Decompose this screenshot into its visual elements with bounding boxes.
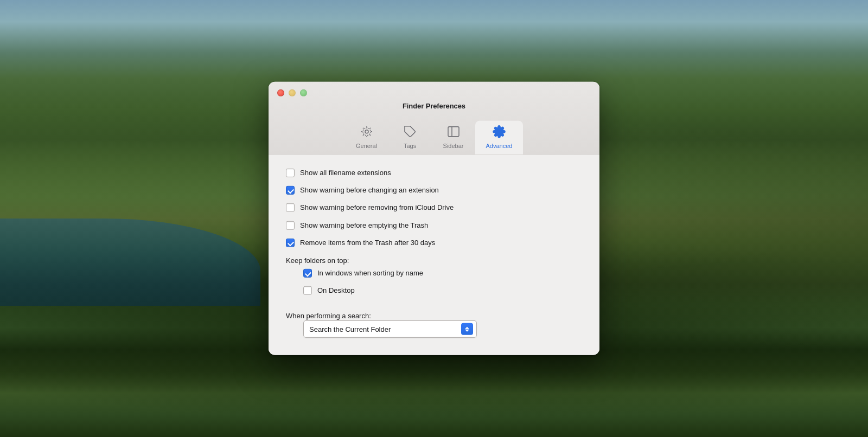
tab-sidebar[interactable]: Sidebar xyxy=(432,121,475,155)
label-warn-icloud: Show warning before removing from iCloud… xyxy=(300,203,454,213)
select-arrows-icon xyxy=(461,323,473,335)
search-select[interactable]: Search the Current Folder xyxy=(303,320,477,338)
window-title: Finder Preferences xyxy=(277,102,591,110)
checkbox-row-remove-trash: Remove items from the Trash after 30 day… xyxy=(286,238,582,248)
checkbox-warn-trash[interactable] xyxy=(286,221,295,230)
arrow-up-icon xyxy=(465,327,469,329)
traffic-lights xyxy=(277,89,591,97)
checkbox-row-windows-sorting: In windows when sorting by name xyxy=(303,268,582,278)
label-warn-extension: Show warning before changing an extensio… xyxy=(300,185,439,195)
checkbox-warn-extension[interactable] xyxy=(286,186,295,195)
general-icon xyxy=(360,125,373,140)
tab-advanced[interactable]: Advanced xyxy=(475,121,524,155)
sidebar-icon xyxy=(447,125,460,140)
checkbox-desktop[interactable] xyxy=(303,286,312,295)
svg-rect-3 xyxy=(448,127,459,137)
checkbox-row-warn-trash: Show warning before emptying the Trash xyxy=(286,220,582,230)
checkbox-warn-icloud[interactable] xyxy=(286,203,295,212)
checkbox-row-warn-icloud: Show warning before removing from iCloud… xyxy=(286,203,582,213)
search-select-wrapper: Search the Current Folder xyxy=(303,320,582,338)
minimize-button[interactable] xyxy=(289,89,296,97)
label-warn-trash: Show warning before emptying the Trash xyxy=(300,220,428,230)
label-windows-sorting: In windows when sorting by name xyxy=(317,268,423,278)
checkbox-row-extensions: Show all filename extensions xyxy=(286,168,582,178)
checkbox-remove-trash[interactable] xyxy=(286,239,295,247)
svg-point-1 xyxy=(363,128,371,136)
arrow-down-icon xyxy=(465,330,469,332)
maximize-button[interactable] xyxy=(300,89,307,97)
keep-folders-section: Keep folders on top: xyxy=(286,255,582,265)
finder-preferences-window: Finder Preferences General xyxy=(269,82,599,355)
checkbox-show-extensions[interactable] xyxy=(286,169,295,177)
checkbox-row-desktop: On Desktop xyxy=(303,286,582,295)
label-remove-trash: Remove items from the Trash after 30 day… xyxy=(300,238,435,248)
tab-bar: General Tags Sidebar xyxy=(277,117,591,155)
keep-folders-options: In windows when sorting by name On Deskt… xyxy=(286,268,582,295)
svg-point-0 xyxy=(365,130,368,133)
preferences-content: Show all filename extensions Show warnin… xyxy=(269,155,599,355)
search-section: When performing a search: Search the Cur… xyxy=(286,303,582,338)
keep-folders-label: Keep folders on top: xyxy=(286,256,349,265)
checkbox-windows-sorting[interactable] xyxy=(303,269,312,278)
tab-tags[interactable]: Tags xyxy=(388,121,432,155)
label-desktop: On Desktop xyxy=(317,286,355,295)
tab-sidebar-label: Sidebar xyxy=(443,143,464,149)
tab-general[interactable]: General xyxy=(345,121,388,155)
checkbox-row-warn-extension: Show warning before changing an extensio… xyxy=(286,185,582,195)
tab-tags-label: Tags xyxy=(404,143,416,149)
advanced-icon xyxy=(493,125,506,140)
title-bar: Finder Preferences General xyxy=(269,82,599,155)
tags-icon xyxy=(404,125,417,140)
tab-advanced-label: Advanced xyxy=(486,143,513,149)
label-show-extensions: Show all filename extensions xyxy=(300,168,391,178)
search-section-label: When performing a search: xyxy=(286,312,371,320)
tab-general-label: General xyxy=(356,143,377,149)
close-button[interactable] xyxy=(277,89,284,97)
search-select-value: Search the Current Folder xyxy=(309,325,391,333)
